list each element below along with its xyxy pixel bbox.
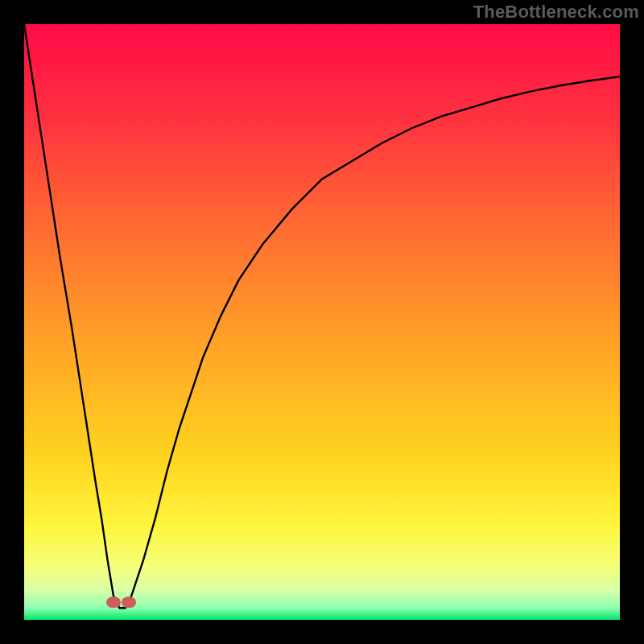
plot-area bbox=[24, 24, 620, 620]
bottleneck-curve bbox=[24, 24, 620, 620]
chart-frame: TheBottleneck.com bbox=[0, 0, 644, 644]
optimal-marker-right bbox=[122, 597, 136, 608]
optimal-marker-left bbox=[106, 597, 121, 608]
watermark-text: TheBottleneck.com bbox=[473, 2, 639, 23]
